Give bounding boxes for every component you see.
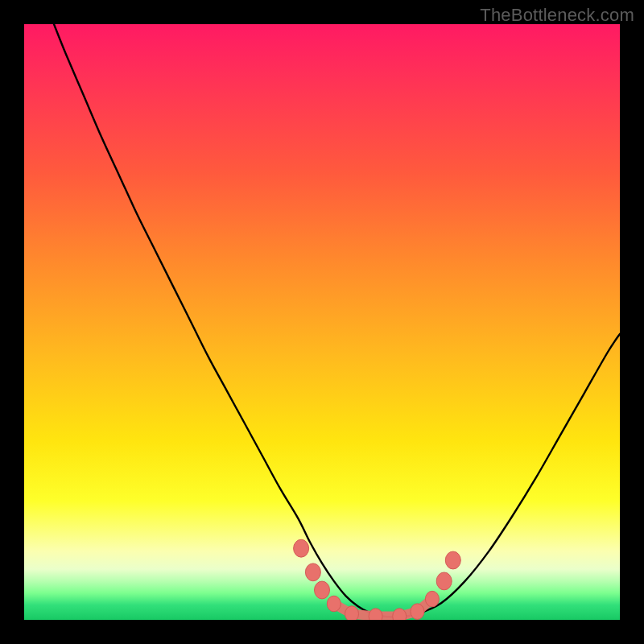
bead-marker (345, 606, 359, 620)
watermark-text: TheBottleneck.com (480, 5, 634, 26)
bead-marker (436, 572, 452, 590)
bead-marker (411, 604, 424, 620)
bottleneck-curve (54, 24, 620, 617)
bead-marker (445, 551, 460, 569)
bead-marker (315, 581, 330, 599)
bead-marker (369, 609, 382, 620)
bead-marker (393, 609, 407, 620)
outer-frame: TheBottleneck.com (0, 0, 644, 644)
flat-zone-beads (294, 539, 461, 620)
plot-area (24, 24, 620, 620)
bead-marker (327, 596, 341, 612)
curve-layer (24, 24, 620, 620)
bead-marker (425, 591, 439, 607)
bead-marker (305, 564, 320, 581)
bead-marker (294, 539, 309, 557)
